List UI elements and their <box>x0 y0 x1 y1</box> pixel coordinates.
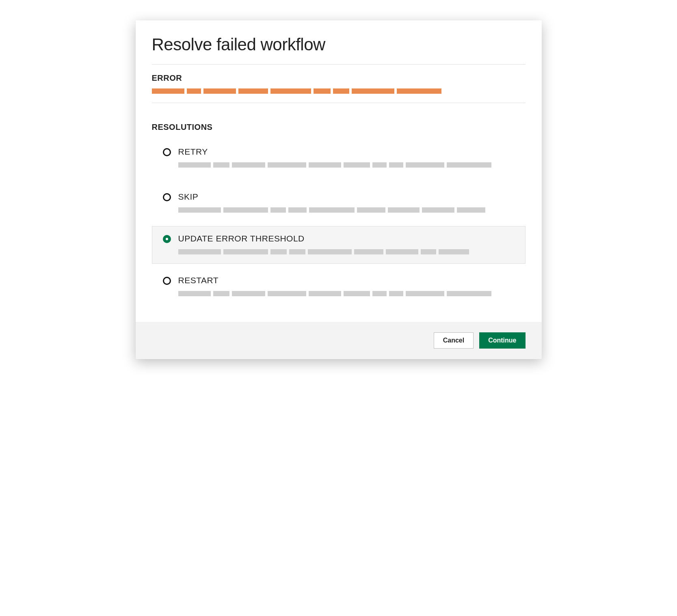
desc-text-placeholder <box>223 249 268 254</box>
option-content: UPDATE ERROR THRESHOLD <box>178 234 515 254</box>
desc-text-placeholder <box>289 249 305 254</box>
error-text-placeholder <box>352 88 394 94</box>
radio-icon[interactable] <box>163 235 171 243</box>
desc-text-placeholder <box>406 291 444 296</box>
continue-button[interactable]: Continue <box>479 332 525 349</box>
desc-text-placeholder <box>223 207 268 213</box>
desc-text-placeholder <box>447 291 491 296</box>
desc-text-placeholder <box>308 249 352 254</box>
option-title: RETRY <box>178 147 515 157</box>
option-content: RESTART <box>178 276 515 296</box>
dialog-title: Resolve failed workflow <box>152 35 526 54</box>
desc-text-placeholder <box>457 207 485 213</box>
desc-text-placeholder <box>270 207 286 213</box>
desc-text-placeholder <box>388 207 420 213</box>
desc-text-placeholder <box>422 207 454 213</box>
dialog-footer: Cancel Continue <box>136 322 542 359</box>
desc-text-placeholder <box>213 291 229 296</box>
error-text-placeholder <box>152 88 184 94</box>
desc-text-placeholder <box>439 249 469 254</box>
error-text-placeholder <box>333 88 349 94</box>
desc-text-placeholder <box>213 162 229 168</box>
cancel-button[interactable]: Cancel <box>434 332 474 349</box>
desc-text-placeholder <box>406 162 444 168</box>
resolution-option-skip[interactable]: SKIP <box>152 184 526 222</box>
option-title: UPDATE ERROR THRESHOLD <box>178 234 515 243</box>
desc-text-placeholder <box>344 291 370 296</box>
desc-text-placeholder <box>389 291 403 296</box>
error-text-placeholder <box>270 88 311 94</box>
resolution-option-retry[interactable]: RETRY <box>152 139 526 177</box>
error-section-label: ERROR <box>152 73 526 83</box>
desc-text-placeholder <box>386 249 418 254</box>
desc-text-placeholder <box>344 162 370 168</box>
radio-icon[interactable] <box>163 148 171 156</box>
desc-text-placeholder <box>178 207 221 213</box>
option-title: RESTART <box>178 276 515 285</box>
desc-text-placeholder <box>372 162 387 168</box>
desc-text-placeholder <box>372 291 387 296</box>
desc-text-placeholder <box>268 162 306 168</box>
error-text-placeholder <box>397 88 441 94</box>
desc-text-placeholder <box>232 291 265 296</box>
divider <box>152 64 526 65</box>
option-content: RETRY <box>178 147 515 168</box>
desc-text-placeholder <box>178 249 221 254</box>
desc-text-placeholder <box>268 291 306 296</box>
desc-text-placeholder <box>288 207 307 213</box>
resolution-option-update-error-threshold[interactable]: UPDATE ERROR THRESHOLD <box>152 226 526 264</box>
desc-text-placeholder <box>447 162 491 168</box>
option-description-placeholder <box>178 291 515 296</box>
resolutions-section-label: RESOLUTIONS <box>152 123 526 132</box>
desc-text-placeholder <box>309 291 341 296</box>
radio-icon[interactable] <box>163 193 171 201</box>
desc-text-placeholder <box>178 291 211 296</box>
radio-icon[interactable] <box>163 277 171 285</box>
resolution-option-list: RETRYSKIPUPDATE ERROR THRESHOLDRESTART <box>152 139 526 306</box>
option-description-placeholder <box>178 162 515 168</box>
resolve-workflow-dialog: Resolve failed workflow ERROR RESOLUTION… <box>136 20 542 359</box>
divider <box>152 103 526 103</box>
desc-text-placeholder <box>389 162 403 168</box>
desc-text-placeholder <box>270 249 287 254</box>
desc-text-placeholder <box>357 207 385 213</box>
error-text-placeholder <box>238 88 268 94</box>
option-description-placeholder <box>178 249 515 254</box>
error-text-placeholder <box>187 88 201 94</box>
error-text-placeholder <box>203 88 236 94</box>
desc-text-placeholder <box>232 162 265 168</box>
error-text-placeholder <box>314 88 331 94</box>
resolution-option-restart[interactable]: RESTART <box>152 268 526 306</box>
option-title: SKIP <box>178 192 515 202</box>
dialog-body: Resolve failed workflow ERROR RESOLUTION… <box>136 20 542 322</box>
option-description-placeholder <box>178 207 515 213</box>
desc-text-placeholder <box>421 249 436 254</box>
desc-text-placeholder <box>354 249 383 254</box>
desc-text-placeholder <box>309 207 355 213</box>
desc-text-placeholder <box>309 162 341 168</box>
option-content: SKIP <box>178 192 515 213</box>
desc-text-placeholder <box>178 162 211 168</box>
error-message-placeholder <box>152 88 526 94</box>
